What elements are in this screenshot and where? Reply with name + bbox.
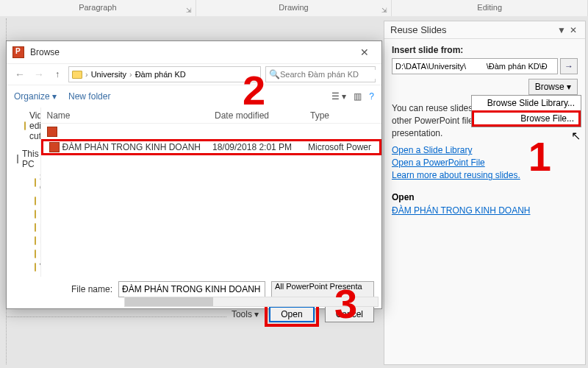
search-input[interactable] bbox=[280, 70, 381, 79]
folder-icon bbox=[35, 223, 36, 232]
ribbon-group-editing: Editing bbox=[392, 0, 588, 16]
pane-header: Reuse Slides ▼ ✕ bbox=[384, 21, 585, 39]
recent-open-item[interactable]: ĐÀM PHÁN TRONG KINH DOANH bbox=[392, 205, 578, 216]
browse-row: Browse ▾ Browse Slide Library... Browse … bbox=[392, 79, 578, 95]
file-type: Microsoft Power bbox=[302, 142, 379, 152]
dialog-title: Browse bbox=[30, 47, 354, 57]
preview-pane-icon[interactable]: ▥ bbox=[354, 91, 362, 102]
new-folder-button[interactable]: New folder bbox=[68, 91, 110, 102]
sidebar-item-thispc[interactable]: This PC bbox=[7, 147, 40, 171]
browse-button[interactable]: Browse ▾ bbox=[528, 79, 578, 95]
breadcrumb-item[interactable]: Đàm phán KD bbox=[135, 70, 186, 79]
pane-close-icon[interactable]: ✕ bbox=[567, 25, 579, 35]
browse-dialog: Browse ✕ ← → ↑ › University › Đàm phán K… bbox=[6, 40, 382, 309]
breadcrumb[interactable]: › University › Đàm phán KD bbox=[68, 66, 261, 82]
filename-label: File name: bbox=[71, 284, 112, 294]
sidebar-item-3dobjects[interactable]: 3D Objects bbox=[7, 171, 40, 194]
help-icon[interactable]: ? bbox=[369, 91, 374, 102]
sidebar-item-music[interactable]: Music bbox=[7, 234, 40, 247]
sidebar-item-videos[interactable]: Videos bbox=[7, 261, 40, 274]
ribbon-groups: Paragraph ⇲ Drawing ⇲ Editing bbox=[0, 0, 588, 16]
sidebar-item-desktop[interactable]: Desktop bbox=[7, 194, 40, 208]
powerpoint-icon bbox=[12, 46, 24, 58]
tools-button[interactable]: Tools ▾ bbox=[232, 309, 259, 319]
learn-more-link[interactable]: Learn more about reusing slides. bbox=[392, 170, 578, 180]
ribbon-label: Paragraph bbox=[79, 3, 116, 12]
organize-button[interactable]: Organize ▾ bbox=[14, 91, 57, 102]
ppt-file-icon bbox=[49, 142, 60, 152]
path-row: → bbox=[392, 58, 578, 74]
horizontal-scrollbar[interactable] bbox=[124, 297, 379, 307]
sidebar-item-videocut[interactable]: Video edit cut bbox=[7, 109, 40, 143]
breadcrumb-item[interactable]: University bbox=[91, 70, 126, 79]
pc-icon bbox=[17, 155, 18, 163]
file-date: 18/09/2018 2:01 PM bbox=[207, 142, 302, 152]
scrollbar-thumb[interactable] bbox=[125, 297, 213, 306]
insert-from-label: Insert slide from: bbox=[392, 45, 578, 55]
browse-slide-library-item[interactable]: Browse Slide Library... bbox=[472, 96, 581, 110]
col-date-header[interactable]: Date modified bbox=[209, 110, 304, 121]
pane-dropdown-icon[interactable]: ▼ bbox=[556, 25, 567, 35]
folder-icon bbox=[24, 121, 26, 130]
sidebar-item-cdisk[interactable]: Local Disk (C:) bbox=[7, 274, 40, 277]
go-button[interactable]: → bbox=[560, 58, 578, 74]
open-powerpoint-file-link[interactable]: Open a PowerPoint File bbox=[392, 158, 578, 168]
dialog-sidebar: Video edit cut This PC 3D Objects Deskto… bbox=[7, 107, 41, 277]
dialog-toolbar: Organize ▾ New folder ☰ ▾ ▥ ? bbox=[7, 85, 381, 107]
ppt-file-icon bbox=[47, 127, 57, 137]
ribbon-label: Editing bbox=[477, 3, 502, 12]
dialog-close-icon[interactable]: ✕ bbox=[354, 46, 376, 58]
col-name-header[interactable]: Name bbox=[41, 110, 209, 121]
file-row-hidden[interactable] bbox=[41, 124, 381, 140]
file-list: Name Date modified Type ĐÀM PHÁN TRONG K… bbox=[41, 107, 381, 277]
slide-path-input[interactable] bbox=[392, 58, 558, 74]
ribbon-expand-icon[interactable]: ⇲ bbox=[185, 3, 193, 10]
search-icon: 🔍 bbox=[269, 69, 280, 79]
file-name: ĐÀM PHÁN TRONG KINH DOANH bbox=[62, 142, 201, 152]
sidebar-item-documents[interactable]: Documents bbox=[7, 208, 40, 221]
folder-icon bbox=[72, 71, 82, 79]
ribbon-group-paragraph: Paragraph ⇲ bbox=[0, 0, 196, 16]
chevron-icon: › bbox=[85, 70, 88, 79]
view-mode-icon[interactable]: ☰ ▾ bbox=[331, 91, 346, 102]
search-box[interactable]: 🔍 bbox=[265, 66, 376, 82]
nav-up-icon[interactable]: ↑ bbox=[51, 69, 64, 79]
dialog-titlebar: Browse ✕ bbox=[7, 41, 381, 63]
file-list-header: Name Date modified Type bbox=[41, 107, 381, 124]
dialog-nav: ← → ↑ › University › Đàm phán KD 🔍 bbox=[7, 63, 381, 85]
browse-file-item[interactable]: Browse File... bbox=[472, 110, 581, 127]
pane-title: Reuse Slides bbox=[390, 24, 556, 35]
folder-icon bbox=[35, 178, 36, 187]
reuse-slides-pane: Reuse Slides ▼ ✕ Insert slide from: → Br… bbox=[384, 21, 586, 365]
arrow-right-icon: → bbox=[564, 61, 573, 71]
folder-icon bbox=[35, 263, 36, 272]
sidebar-item-pictures[interactable]: Pictures bbox=[7, 247, 40, 261]
pane-body: Insert slide from: → Browse ▾ Browse Sli… bbox=[384, 39, 585, 224]
chevron-icon: › bbox=[129, 70, 132, 79]
filename-input[interactable] bbox=[118, 281, 265, 297]
nav-forward-icon[interactable]: → bbox=[32, 68, 46, 80]
folder-icon bbox=[35, 197, 36, 205]
folder-icon bbox=[35, 210, 36, 219]
open-section-title: Open bbox=[392, 192, 578, 202]
file-row-selected[interactable]: ĐÀM PHÁN TRONG KINH DOANH 18/09/2018 2:0… bbox=[41, 139, 381, 155]
open-section: Open ĐÀM PHÁN TRONG KINH DOANH bbox=[392, 192, 578, 216]
view-controls: ☰ ▾ ▥ ? bbox=[331, 91, 374, 102]
browse-dropdown-menu: Browse Slide Library... Browse File... bbox=[471, 95, 581, 127]
ribbon-label: Drawing bbox=[279, 3, 308, 12]
ribbon-expand-icon[interactable]: ⇲ bbox=[381, 3, 388, 10]
sidebar-item-downloads[interactable]: Downloads bbox=[7, 221, 40, 234]
file-type-filter[interactable]: All PowerPoint Presenta bbox=[271, 281, 374, 297]
folder-icon bbox=[35, 236, 36, 245]
cancel-button[interactable]: Cancel bbox=[325, 306, 374, 322]
open-button[interactable]: Open bbox=[269, 306, 314, 322]
folder-icon bbox=[35, 250, 36, 258]
open-slide-library-link[interactable]: Open a Slide Library bbox=[392, 145, 578, 155]
ribbon-group-drawing: Drawing ⇲ bbox=[196, 0, 392, 16]
nav-back-icon[interactable]: ← bbox=[12, 68, 27, 80]
dialog-main: Video edit cut This PC 3D Objects Deskto… bbox=[7, 107, 381, 277]
col-type-header[interactable]: Type bbox=[304, 110, 381, 121]
